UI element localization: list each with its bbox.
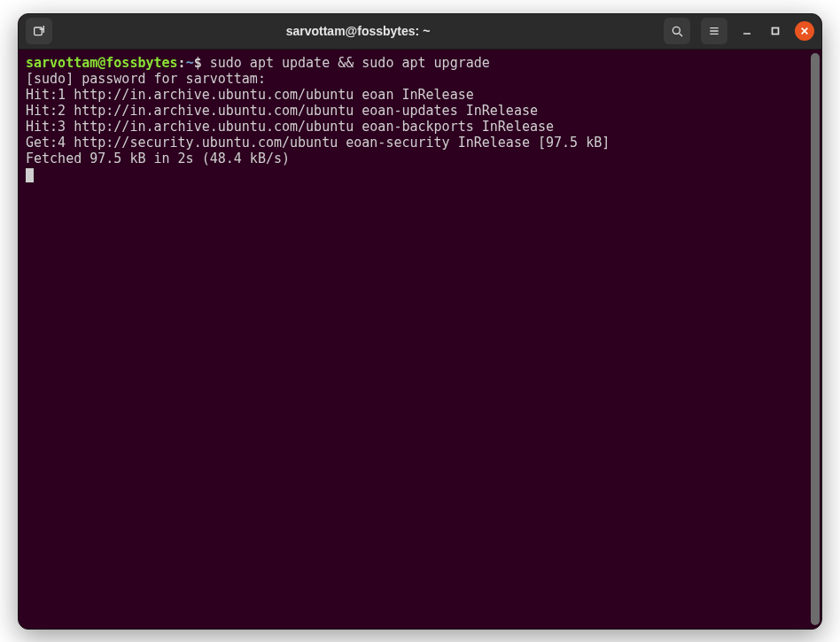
- prompt-user-host: sarvottam@fossbytes: [26, 55, 178, 71]
- terminal-body[interactable]: sarvottam@fossbytes:~$ sudo apt update &…: [19, 50, 821, 629]
- titlebar-left: [26, 18, 52, 44]
- window-title: sarvottam@fossbytes: ~: [58, 24, 658, 38]
- prompt-path: ~: [186, 55, 194, 71]
- terminal-content: sarvottam@fossbytes:~$ sudo apt update &…: [26, 55, 814, 182]
- search-icon: [670, 24, 684, 38]
- minimize-icon: [742, 26, 752, 36]
- output-line: Hit:3 http://in.archive.ubuntu.com/ubunt…: [26, 119, 554, 135]
- scrollbar-thumb[interactable]: [811, 53, 820, 625]
- maximize-button[interactable]: [766, 22, 784, 40]
- new-tab-button[interactable]: [26, 18, 52, 44]
- output-line: Hit:1 http://in.archive.ubuntu.com/ubunt…: [26, 87, 474, 103]
- prompt-sep1: :: [178, 55, 186, 71]
- svg-point-3: [673, 27, 680, 34]
- output-line: [sudo] password for sarvottam:: [26, 71, 266, 87]
- output-line: Get:4 http://security.ubuntu.com/ubuntu …: [26, 135, 610, 151]
- new-tab-icon: [32, 24, 46, 38]
- command-text: sudo apt update && sudo apt upgrade: [210, 55, 490, 71]
- search-button[interactable]: [664, 18, 690, 44]
- maximize-icon: [770, 26, 781, 36]
- cursor: [26, 168, 34, 182]
- svg-rect-9: [773, 28, 779, 35]
- terminal-window: sarvottam@fossbytes: ~: [18, 13, 822, 630]
- output-line: Hit:2 http://in.archive.ubuntu.com/ubunt…: [26, 103, 538, 119]
- close-button[interactable]: [795, 21, 814, 41]
- minimize-button[interactable]: [738, 22, 756, 40]
- svg-line-4: [680, 34, 682, 36]
- titlebar-right: [664, 18, 814, 44]
- hamburger-icon: [707, 24, 721, 38]
- menu-button[interactable]: [701, 18, 727, 44]
- titlebar: sarvottam@fossbytes: ~: [19, 14, 821, 50]
- svg-rect-0: [35, 27, 43, 35]
- close-icon: [800, 27, 809, 35]
- output-line: Fetched 97.5 kB in 2s (48.4 kB/s): [26, 151, 290, 166]
- prompt-sep2: $: [194, 55, 210, 71]
